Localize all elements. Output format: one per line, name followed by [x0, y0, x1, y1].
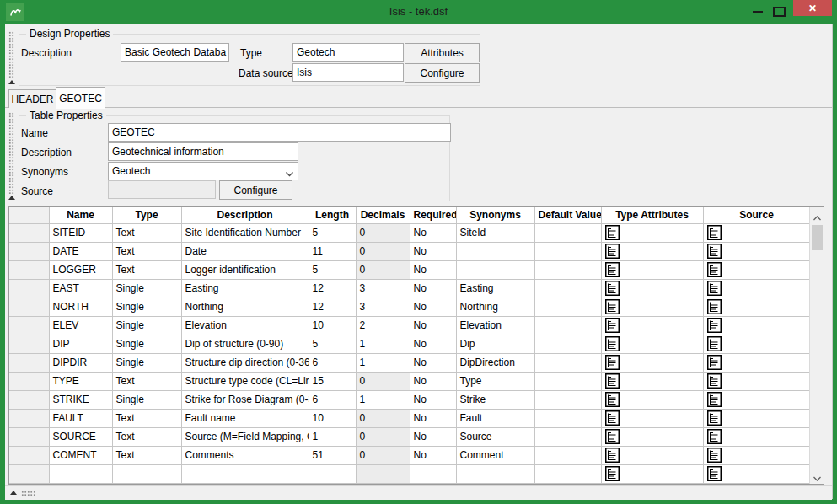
attributes-editor-icon[interactable] — [707, 244, 722, 259]
grid-cell-length[interactable]: 6 — [309, 390, 356, 409]
grid-cell-source[interactable] — [703, 242, 810, 260]
grid-cell-decimals[interactable] — [356, 464, 410, 483]
attributes-editor-icon[interactable] — [605, 225, 620, 240]
grid-cell-name[interactable]: DATE — [49, 242, 112, 260]
grid-cell-type[interactable]: Text — [112, 260, 181, 279]
grid-cell-source[interactable] — [703, 372, 810, 390]
grid-cell-name[interactable]: ELEV — [49, 316, 112, 335]
attributes-editor-icon[interactable] — [707, 448, 722, 463]
attributes-editor-icon[interactable] — [605, 318, 620, 333]
grid-cell-type[interactable]: Text — [112, 446, 181, 464]
grid-cell-type[interactable]: Single — [112, 335, 181, 353]
grid-cell-decimals[interactable]: 0 — [356, 427, 410, 446]
grid-cell-required[interactable]: No — [410, 242, 456, 260]
grid-cell-decimals[interactable]: 1 — [356, 353, 410, 372]
grid-cell-source[interactable] — [703, 298, 810, 316]
grid-cell-length[interactable]: 6 — [309, 353, 356, 372]
grid-column-header[interactable]: Description — [181, 207, 309, 223]
row-selector[interactable] — [9, 279, 49, 298]
attributes-editor-icon[interactable] — [605, 336, 620, 351]
grid-cell-length[interactable]: 15 — [309, 372, 356, 390]
grid-cell-synonyms[interactable]: Fault — [456, 409, 534, 427]
row-selector[interactable] — [9, 260, 49, 279]
grid-cell-default-value[interactable] — [534, 464, 601, 483]
grid-cell-synonyms[interactable] — [456, 464, 534, 483]
grid-cell-type-attributes[interactable] — [601, 316, 703, 335]
grid-cell-name[interactable]: TYPE — [49, 372, 112, 390]
grid-cell-decimals[interactable]: 0 — [356, 260, 410, 279]
grid-cell-synonyms[interactable] — [456, 242, 534, 260]
grid-cell-type-attributes[interactable] — [601, 223, 703, 242]
grid-cell-synonyms[interactable]: Source — [456, 427, 534, 446]
row-selector[interactable] — [9, 427, 49, 446]
grid-cell-type[interactable]: Single — [112, 390, 181, 409]
grid-cell-synonyms[interactable]: Type — [456, 372, 534, 390]
synonyms-dropdown[interactable]: Geotech — [108, 162, 298, 180]
panel-drag-grip[interactable] — [8, 31, 14, 78]
grid-cell-decimals[interactable]: 3 — [356, 279, 410, 298]
grid-cell-type-attributes[interactable] — [601, 260, 703, 279]
grid-cell-synonyms[interactable]: Comment — [456, 446, 534, 464]
grid-cell-default-value[interactable] — [534, 353, 601, 372]
grid-cell-default-value[interactable] — [534, 409, 601, 427]
grid-cell-length[interactable]: 5 — [309, 223, 356, 242]
grid-cell-type[interactable]: Single — [112, 316, 181, 335]
grid-cell-default-value[interactable] — [534, 298, 601, 316]
grid-cell-decimals[interactable]: 0 — [356, 223, 410, 242]
grid-cell-type[interactable]: Single — [112, 353, 181, 372]
grid-cell-description[interactable]: Strike for Rose Diagram (0-3 — [181, 390, 309, 409]
grid-cell-decimals[interactable]: 0 — [356, 242, 410, 260]
attributes-editor-icon[interactable] — [707, 262, 722, 277]
grid-cell-type-attributes[interactable] — [601, 372, 703, 390]
expand-panel-icon[interactable] — [10, 491, 17, 495]
grid-cell-name[interactable]: STRIKE — [49, 390, 112, 409]
grid-cell-type[interactable] — [112, 464, 181, 483]
attributes-editor-icon[interactable] — [707, 466, 722, 481]
panel-drag-grip[interactable] — [8, 112, 14, 194]
row-selector[interactable] — [9, 446, 49, 464]
grid-cell-type-attributes[interactable] — [601, 335, 703, 353]
grid-cell-decimals[interactable]: 2 — [356, 316, 410, 335]
row-selector[interactable] — [9, 298, 49, 316]
grid-cell-description[interactable]: Easting — [181, 279, 309, 298]
attributes-editor-icon[interactable] — [605, 244, 620, 259]
grid-cell-synonyms[interactable]: Elevation — [456, 316, 534, 335]
row-selector[interactable] — [9, 372, 49, 390]
grid-cell-type-attributes[interactable] — [601, 409, 703, 427]
grid-cell-length[interactable]: 5 — [309, 260, 356, 279]
grid-cell-required[interactable]: No — [410, 390, 456, 409]
scrollbar-up-icon[interactable] — [813, 212, 821, 223]
grid-cell-synonyms[interactable]: Northing — [456, 298, 534, 316]
grid-cell-required[interactable]: No — [410, 223, 456, 242]
grid-cell-type-attributes[interactable] — [601, 298, 703, 316]
grid-cell-source[interactable] — [703, 223, 810, 242]
grid-cell-length[interactable]: 10 — [309, 409, 356, 427]
grid-cell-type-attributes[interactable] — [601, 242, 703, 260]
attributes-editor-icon[interactable] — [605, 355, 620, 370]
grid-cell-type-attributes[interactable] — [601, 427, 703, 446]
grid-cell-type[interactable]: Text — [112, 427, 181, 446]
grid-cell-required[interactable]: No — [410, 353, 456, 372]
data-source-field[interactable]: Isis — [292, 63, 404, 82]
grid-cell-required[interactable]: No — [410, 298, 456, 316]
grid-cell-source[interactable] — [703, 390, 810, 409]
grid-cell-default-value[interactable] — [534, 427, 601, 446]
grid-cell-length[interactable]: 11 — [309, 242, 356, 260]
attributes-editor-icon[interactable] — [707, 355, 722, 370]
attributes-editor-icon[interactable] — [605, 299, 620, 314]
grid-cell-synonyms[interactable]: DipDirection — [456, 353, 534, 372]
grid-cell-default-value[interactable] — [534, 390, 601, 409]
grid-cell-required[interactable]: No — [410, 409, 456, 427]
grid-cell-decimals[interactable]: 1 — [356, 390, 410, 409]
grid-cell-type[interactable]: Text — [112, 242, 181, 260]
attributes-editor-icon[interactable] — [605, 373, 620, 389]
grid-cell-length[interactable]: 5 — [309, 335, 356, 353]
grid-cell-description[interactable]: Northing — [181, 298, 309, 316]
grid-cell-length[interactable]: 10 — [309, 316, 356, 335]
grid-cell-description[interactable]: Structure dip direction (0-36 — [181, 353, 309, 372]
collapse-panel-icon[interactable] — [8, 196, 15, 200]
attributes-editor-icon[interactable] — [707, 299, 722, 314]
grid-column-header[interactable]: Type Attributes — [601, 207, 703, 223]
row-selector[interactable] — [9, 353, 49, 372]
attributes-editor-icon[interactable] — [605, 281, 620, 296]
